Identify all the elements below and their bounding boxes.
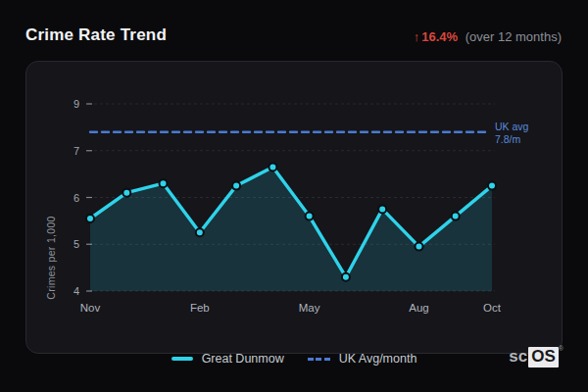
x-tick-label: May [299, 302, 320, 314]
y-tick-label: 9 [74, 98, 79, 110]
dashed-line-swatch-icon [308, 358, 330, 361]
data-point-dec[interactable] [122, 189, 130, 197]
data-point-jun[interactable] [342, 273, 350, 281]
data-point-feb[interactable] [196, 228, 204, 236]
logo-text-os: OS [528, 347, 559, 368]
trend-context: (over 12 months) [466, 29, 562, 44]
chart-footer: Great Dunmow UK Avg/month scOS® [0, 351, 588, 392]
data-point-may[interactable] [306, 213, 314, 220]
data-point-nov[interactable] [86, 215, 94, 222]
crime-rate-widget: Crime Rate Trend ↑16.4% (over 12 months)… [0, 0, 588, 392]
data-point-jan[interactable] [160, 179, 168, 187]
page-title: Crime Rate Trend [25, 25, 167, 45]
solid-line-swatch-icon [172, 357, 193, 361]
y-tick-label: 7 [74, 145, 79, 157]
data-point-aug[interactable] [416, 243, 423, 251]
chart-card: 45679NovFebMayAugOct Crimes per 1,000 UK… [25, 61, 563, 354]
uk-avg-annotation-title: UK avg [495, 121, 528, 133]
scos-logo: scOS® [509, 347, 564, 368]
legend-item-great-dunmow[interactable]: Great Dunmow [172, 352, 284, 366]
y-tick-label: 6 [74, 192, 79, 204]
data-point-sep[interactable] [452, 213, 460, 220]
data-point-oct[interactable] [488, 182, 496, 190]
data-point-mar[interactable] [232, 182, 240, 190]
uk-avg-annotation-value: 7.8/m [495, 133, 528, 146]
legend-item-uk-avg[interactable]: UK Avg/month [308, 352, 417, 366]
trend-up-arrow-icon: ↑ [414, 29, 420, 44]
x-tick-label: Aug [409, 302, 428, 314]
x-tick-label: Nov [80, 302, 101, 314]
trend-indicator: ↑16.4% (over 12 months) [414, 29, 562, 44]
logo-text-sc: sc [509, 347, 527, 366]
uk-avg-annotation: UK avg 7.8/m [495, 121, 528, 146]
registered-trademark-icon: ® [559, 345, 564, 352]
data-point-apr[interactable] [269, 164, 276, 172]
legend-label-great-dunmow: Great Dunmow [202, 352, 284, 366]
y-axis-label: Crimes per 1,000 [45, 216, 57, 299]
y-tick-label: 5 [74, 238, 79, 250]
legend-label-uk-avg: UK Avg/month [339, 352, 417, 366]
trend-value: 16.4% [421, 29, 458, 44]
chart-legend: Great Dunmow UK Avg/month [0, 351, 588, 366]
line-chart: 45679NovFebMayAugOct [26, 62, 564, 353]
data-point-jul[interactable] [378, 205, 386, 213]
x-tick-label: Feb [190, 302, 210, 314]
y-tick-label: 4 [74, 285, 79, 297]
x-tick-label: Oct [483, 302, 502, 314]
